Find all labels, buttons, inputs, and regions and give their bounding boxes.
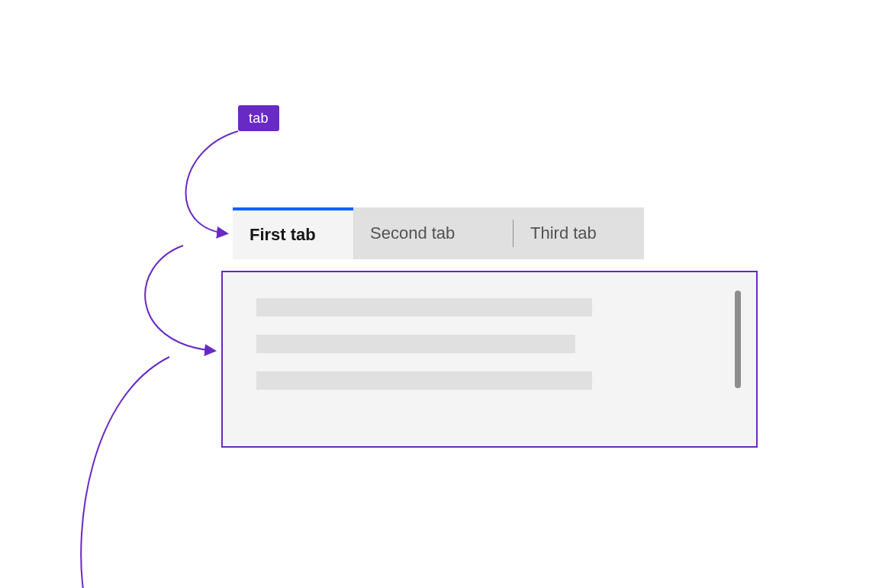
tab-label: Second tab xyxy=(370,223,455,243)
scrollbar-thumb[interactable] xyxy=(735,291,741,388)
tab-label: First tab xyxy=(250,225,316,245)
anatomy-badge-tab: tab xyxy=(238,105,279,131)
skeleton-line xyxy=(256,371,592,390)
skeleton-line xyxy=(256,335,575,353)
tab-list: First tab Second tab Third tab xyxy=(233,207,644,259)
tab-third[interactable]: Third tab xyxy=(514,207,644,259)
tab-panel xyxy=(221,271,758,448)
skeleton-line xyxy=(256,298,592,316)
tab-second[interactable]: Second tab xyxy=(353,207,514,259)
tab-label: Third tab xyxy=(530,223,597,243)
tab-first[interactable]: First tab xyxy=(233,207,353,259)
